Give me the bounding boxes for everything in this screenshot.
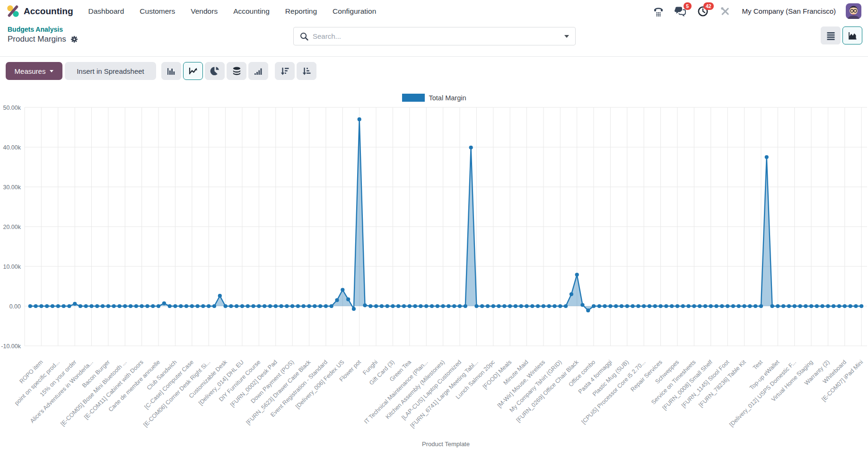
svg-text:0.00: 0.00 bbox=[9, 303, 21, 310]
svg-text:30.00k: 30.00k bbox=[3, 184, 21, 191]
search-icon bbox=[300, 32, 308, 41]
search-input[interactable] bbox=[313, 32, 558, 40]
sort-descending-button[interactable] bbox=[275, 62, 295, 80]
accounting-app-icon[interactable] bbox=[7, 5, 19, 18]
menu-configuration[interactable]: Configuration bbox=[332, 5, 377, 18]
svg-text:Test: Test bbox=[752, 359, 764, 371]
app-root: Accounting Dashboard Customers Vendors A… bbox=[0, 0, 868, 449]
menu-dashboard[interactable]: Dashboard bbox=[88, 5, 125, 18]
measures-button[interactable]: Measures bbox=[6, 62, 62, 80]
insert-in-spreadsheet-button[interactable]: Insert in Spreadsheet bbox=[65, 62, 156, 80]
activities-badge: 42 bbox=[703, 2, 714, 10]
svg-text:20.00k: 20.00k bbox=[3, 224, 21, 230]
chevron-down-icon bbox=[50, 70, 53, 72]
activities-clock-icon[interactable]: 42 bbox=[697, 5, 709, 18]
page-title: Product Margins bbox=[8, 35, 66, 44]
user-avatar[interactable] bbox=[846, 3, 861, 19]
bar-chart-mode-button[interactable] bbox=[161, 62, 181, 80]
graph-toolbar: Measures Insert in Spreadsheet bbox=[6, 62, 316, 80]
chevron-down-icon bbox=[564, 35, 569, 38]
action-gear-icon[interactable] bbox=[70, 35, 78, 43]
debug-tools-icon[interactable] bbox=[719, 5, 731, 18]
messages-icon[interactable]: 5 bbox=[675, 5, 687, 18]
insert-label: Insert in Spreadsheet bbox=[77, 67, 144, 75]
pie-chart-mode-button[interactable] bbox=[205, 62, 225, 80]
search-dropdown-toggle[interactable] bbox=[558, 27, 575, 45]
menu-vendors[interactable]: Vendors bbox=[190, 5, 219, 18]
sort-ascending-button[interactable] bbox=[297, 62, 316, 80]
menu-accounting[interactable]: Accounting bbox=[232, 5, 271, 18]
svg-text:40.00k: 40.00k bbox=[3, 144, 21, 151]
search-bar bbox=[293, 27, 576, 45]
breadcrumb: Budgets Analysis Product Margins bbox=[8, 26, 78, 44]
svg-text:10.00k: 10.00k bbox=[3, 264, 21, 270]
view-switcher bbox=[821, 26, 862, 44]
menu-reporting[interactable]: Reporting bbox=[284, 5, 318, 18]
company-switcher[interactable]: My Company (San Francisco) bbox=[742, 7, 836, 15]
app-title: Accounting bbox=[24, 6, 73, 17]
svg-text:Product Template: Product Template bbox=[422, 440, 470, 448]
cumulative-toggle-button[interactable] bbox=[248, 62, 268, 80]
divider bbox=[0, 56, 868, 57]
measures-label: Measures bbox=[15, 67, 46, 75]
svg-text:-10.00k: -10.00k bbox=[1, 343, 21, 350]
chart-svg[interactable]: 50.00k40.00k30.00k20.00k10.00k0.00-10.00… bbox=[0, 90, 868, 449]
svg-text:50.00k: 50.00k bbox=[3, 105, 21, 111]
messages-badge: 5 bbox=[684, 2, 692, 10]
list-view-button[interactable] bbox=[821, 26, 841, 44]
stacked-toggle-button[interactable] bbox=[227, 62, 246, 80]
voip-phone-icon[interactable] bbox=[652, 5, 665, 18]
breadcrumb-parent-link[interactable]: Budgets Analysis bbox=[8, 26, 78, 33]
svg-text:[FURN_0269] Office Chair Black: [FURN_0269] Office Chair Black bbox=[515, 359, 580, 423]
menu-customers[interactable]: Customers bbox=[139, 5, 176, 18]
total-margin-chart[interactable]: 50.00k40.00k30.00k20.00k10.00k0.00-10.00… bbox=[0, 90, 868, 449]
line-chart-mode-button[interactable] bbox=[183, 62, 203, 80]
top-navbar: Accounting Dashboard Customers Vendors A… bbox=[0, 0, 868, 22]
main-menu: Dashboard Customers Vendors Accounting R… bbox=[88, 5, 377, 18]
systray: 5 42 My Company (San Francisco) bbox=[652, 3, 861, 19]
graph-view-button[interactable] bbox=[842, 26, 862, 44]
